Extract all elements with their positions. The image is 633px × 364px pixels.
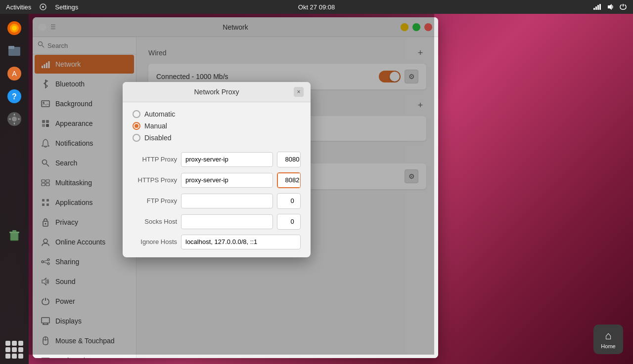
topbar-datetime: Okt 27 09:08 [298, 3, 335, 11]
dock-help-icon[interactable]: ? [4, 86, 25, 107]
dock-ubuntu-software-icon[interactable]: A [4, 63, 25, 84]
power-icon [619, 3, 627, 11]
topbar: Activities Settings Okt 27 09:08 [0, 0, 633, 14]
radio-disabled-circle [133, 134, 140, 142]
network-status-icon [593, 3, 601, 11]
topbar-app-name: Settings [55, 3, 78, 11]
http-proxy-label: HTTP Proxy [133, 156, 177, 163]
home-btn[interactable]: ⌂ Home [593, 324, 623, 354]
socks-host-input[interactable] [181, 214, 273, 229]
svg-marker-6 [608, 4, 612, 10]
ignore-hosts-label: Ignore Hosts [133, 238, 177, 245]
https-proxy-port-input[interactable] [277, 173, 301, 188]
svg-point-1 [42, 6, 44, 8]
ftp-proxy-row: FTP Proxy − + [133, 193, 301, 209]
dock: A ? [0, 14, 29, 364]
http-proxy-port-group: − + [277, 152, 301, 167]
https-proxy-row: HTTPS Proxy + [133, 172, 301, 188]
https-proxy-label: HTTPS Proxy [133, 176, 177, 184]
proxy-form: HTTP Proxy − + HTTPS Proxy + [133, 152, 301, 249]
ftp-proxy-host-input[interactable] [181, 194, 273, 208]
keyboard-icon [41, 356, 50, 358]
modal-body: Automatic Manual Disabled HTTP Proxy [123, 102, 311, 257]
ignore-hosts-input[interactable] [181, 235, 301, 249]
radio-automatic-label: Automatic [144, 110, 175, 118]
network-proxy-dialog: Network Proxy × Automatic Manual Disable… [123, 82, 311, 257]
socks-port-input[interactable] [277, 214, 301, 229]
http-proxy-port-input[interactable] [277, 152, 301, 167]
ftp-proxy-label: FTP Proxy [133, 197, 177, 204]
svg-text:?: ? [12, 92, 17, 101]
dock-apps-grid[interactable] [4, 339, 25, 360]
activities-label[interactable]: Activities [6, 3, 31, 11]
settings-icon [39, 3, 47, 11]
svg-rect-18 [10, 233, 18, 241]
ftp-proxy-port-input[interactable] [277, 194, 301, 208]
http-proxy-host-input[interactable] [181, 152, 273, 167]
svg-rect-2 [593, 8, 595, 10]
svg-rect-11 [8, 46, 14, 49]
radio-manual-label: Manual [144, 122, 167, 130]
dock-settings-icon[interactable] [4, 109, 25, 129]
radio-manual-circle [133, 122, 140, 130]
modal-titlebar: Network Proxy × [123, 82, 311, 102]
socks-port-group: − + [277, 214, 301, 230]
home-btn-label: Home [601, 343, 615, 349]
dock-firefox-icon[interactable] [4, 18, 25, 39]
radio-disabled[interactable]: Disabled [133, 134, 301, 142]
svg-point-9 [12, 26, 17, 31]
topbar-right [593, 3, 627, 11]
home-icon: ⌂ [605, 329, 611, 342]
radio-automatic-circle [133, 110, 140, 118]
topbar-left: Activities Settings [6, 3, 78, 11]
volume-icon [606, 3, 614, 11]
svg-rect-5 [599, 4, 601, 10]
svg-rect-3 [595, 6, 597, 10]
http-proxy-row: HTTP Proxy − + [133, 152, 301, 167]
modal-overlay: Network Proxy × Automatic Manual Disable… [29, 14, 434, 355]
sidebar-item-keyboard-label: Keyboard [55, 357, 85, 358]
radio-disabled-label: Disabled [144, 134, 171, 142]
modal-close-btn[interactable]: × [294, 87, 304, 97]
svg-text:A: A [12, 70, 17, 78]
modal-title: Network Proxy [139, 88, 294, 96]
socks-host-label: Socks Host [133, 218, 177, 225]
radio-group: Automatic Manual Disabled [133, 110, 301, 142]
svg-point-17 [12, 117, 17, 121]
ignore-hosts-row: Ignore Hosts [133, 235, 301, 249]
ftp-proxy-port-group: − + [277, 193, 301, 209]
dock-trash-icon[interactable] [4, 224, 25, 245]
radio-automatic[interactable]: Automatic [133, 110, 301, 118]
svg-rect-4 [597, 5, 599, 10]
dock-files-icon[interactable] [4, 40, 25, 61]
svg-rect-20 [12, 230, 16, 232]
radio-manual[interactable]: Manual [133, 122, 301, 130]
https-proxy-port-group: + [277, 172, 301, 188]
https-proxy-host-input[interactable] [181, 173, 273, 188]
socks-host-row: Socks Host − + [133, 214, 301, 230]
